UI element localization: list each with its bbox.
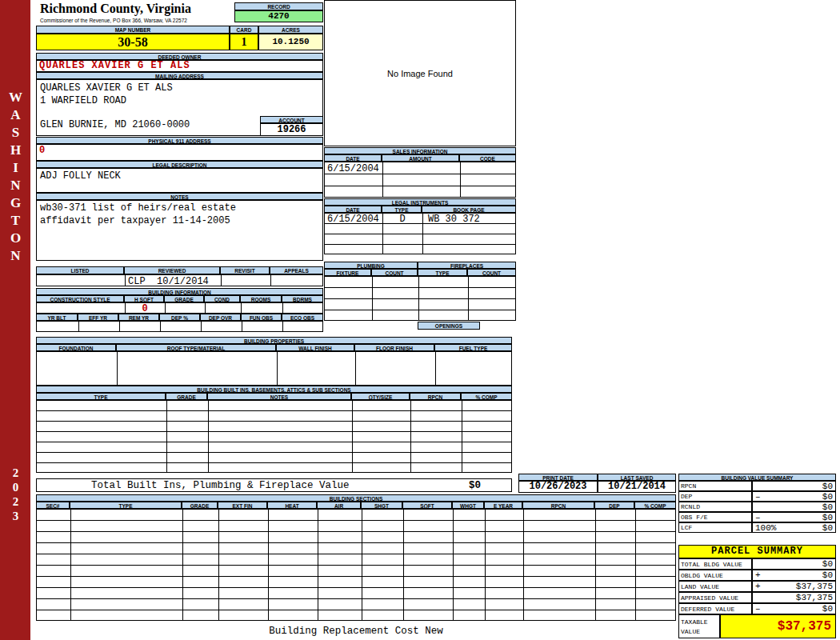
binfo-col-hsqft: H SQFT (124, 295, 164, 302)
bprops-col-floor: FLOOR FINISH (354, 344, 434, 351)
grid-line (218, 510, 219, 620)
bvs-op: 100% (755, 523, 776, 533)
notes-line-2: affidavit per taxpayer 11-14-2005 (40, 215, 230, 226)
mailing-line-3: GLEN BURNIE, MD 21060-0000 (40, 119, 190, 130)
notes-line-1: wb30-371 list of heirs/real estate (40, 202, 236, 214)
grid-line (318, 510, 318, 620)
binfo-col-construction-style: CONSTRUCTION STYLE (36, 295, 124, 302)
ps-label-deferred: DEFERRED VALUE (678, 603, 752, 614)
grid-line (523, 510, 524, 620)
built-ins-total-label: Total Built Ins, Plumbing & Fireplace Va… (91, 480, 350, 491)
plumbing-col-count: COUNT (371, 269, 418, 276)
ps-amount: $0 (822, 604, 833, 614)
bprops-col-roof: ROOF TYPE/MATERIAL (116, 344, 276, 351)
builtins-empty-rows (36, 400, 512, 473)
sales-rows: 6/15/2004 (324, 162, 516, 198)
builtins-col-comp: % COMP (461, 393, 512, 400)
bvs-amount: $0 (822, 482, 833, 491)
acres-header: ACRES (258, 26, 323, 34)
bvs-value-dep: –$0 (752, 491, 836, 502)
bsec-col-extfin: EXT FIN (218, 502, 267, 509)
grid-line (460, 162, 461, 197)
ps-amount: $37,375 (796, 593, 833, 602)
grid-line (277, 352, 278, 385)
grid-line (205, 303, 206, 313)
bprops-col-fuel: FUEL TYPE (434, 344, 512, 351)
grid-line (355, 352, 356, 385)
bvs-label-rpcn: RPCN (678, 481, 752, 491)
built-ins-total-row: Total Built Ins, Plumbing & Fireplace Va… (36, 478, 512, 492)
account-header: ACCOUNT (260, 116, 323, 123)
sales-col-date: DATE (324, 154, 382, 162)
plumbing-header: PLUMBING (324, 262, 418, 269)
bvs-amount: $0 (822, 513, 833, 522)
bvs-value-rpcn: $0 (752, 481, 836, 491)
card-header: CARD (230, 26, 258, 34)
bsec-col-rpcn: RPCN (522, 502, 594, 509)
binfo-col-bdrms: BDRMS (282, 295, 323, 302)
bsec-col-eyear: E YEAR (484, 502, 522, 509)
property-record-card: WASHINGTON 2023 Richmond County, Virgini… (0, 0, 840, 640)
binfo-col-remyr: REM YR (118, 314, 159, 321)
reviewed-value: CLP 10/1/2014 (128, 276, 209, 287)
binfo-col-ecoobs: ECO OBS (282, 314, 323, 321)
fireplaces-col-type: TYPE (418, 269, 467, 276)
ps-label-total-bldg: TOTAL BLDG VALUE (678, 558, 752, 570)
builtins-col-notes: NOTES (207, 393, 351, 400)
grid-line (462, 401, 462, 472)
grid-line (282, 303, 283, 313)
bvs-label-rcnld: RCNLD (678, 502, 752, 512)
taxable-label-line-1: TAXABLE (681, 618, 719, 627)
grid-line (453, 510, 454, 620)
grid-line (268, 510, 269, 620)
review-col-appeals: APPEALS (270, 266, 323, 274)
mailing-line-2: 1 WARFIELD ROAD (40, 95, 126, 106)
bvs-op: – (755, 513, 761, 522)
binfo-col-effyr: EFF YR (78, 314, 118, 321)
builtins-col-qty: QTY/SIZE (351, 393, 410, 400)
grid-line (382, 162, 383, 197)
grid-line (221, 275, 222, 286)
sales-row-date: 6/15/2004 (327, 163, 379, 174)
acres-value: 10.1250 (258, 34, 323, 50)
grid-line (165, 303, 166, 313)
ps-label-obldg: OBLDG VALUE (678, 570, 752, 581)
mailing-address-header: MAILING ADDRESS (36, 72, 323, 79)
grid-line (241, 303, 242, 313)
legal-description-header: LEGAL DESCRIPTION (36, 161, 323, 168)
grid-line (117, 352, 118, 385)
grid-line (635, 510, 636, 620)
ps-value-appraised: $37,375 (752, 592, 836, 603)
hsqft-value: 0 (125, 303, 165, 314)
ps-label-land: LAND VALUE (678, 581, 752, 592)
grid-line (282, 322, 283, 331)
binfo-values-row-1: 0 (36, 302, 323, 314)
grid-line (422, 214, 423, 254)
binfo-col-rooms: ROOMS (240, 295, 282, 302)
bvs-label-obs: OBS F/E (678, 512, 752, 522)
review-col-reviewed: REVIEWED (124, 266, 220, 274)
instruments-col-book: BOOK PAGE (422, 206, 516, 213)
county-subtitle: Commissioner of the Revenue, PO Box 366,… (40, 18, 240, 23)
sales-col-code: CODE (459, 154, 516, 162)
state-name-vertical: WASHINGTON (7, 90, 23, 266)
ps-value-land: +$37,375 (752, 581, 836, 592)
instruments-col-date: DATE (324, 206, 382, 213)
ps-label-appraised: APPRAISED VALUE (678, 592, 752, 603)
grid-line (242, 322, 242, 331)
footer-text: Building Replacement Cost New (36, 626, 676, 637)
print-date-value: 10/26/2023 (518, 481, 598, 493)
bsec-col-whgt: WHGT (452, 502, 484, 509)
grid-line (70, 510, 71, 620)
binfo-col-cond: COND (204, 295, 240, 302)
county-title: Richmond County, Virginia (40, 2, 236, 16)
legal-instruments-header: LEGAL INSTRUMENTS (324, 198, 516, 206)
bvs-value-obs: –$0 (752, 512, 836, 522)
last-saved-value: 10/21/2014 (598, 481, 676, 493)
grid-line (125, 275, 126, 286)
grid-line (435, 352, 436, 385)
mailing-line-1: QUARLES XAVIER G ET ALS (40, 82, 173, 94)
last-saved-header: LAST SAVED (598, 474, 676, 481)
binfo-col-grade: GRADE (164, 295, 204, 302)
bprops-col-foundation: FOUNDATION (36, 344, 116, 351)
